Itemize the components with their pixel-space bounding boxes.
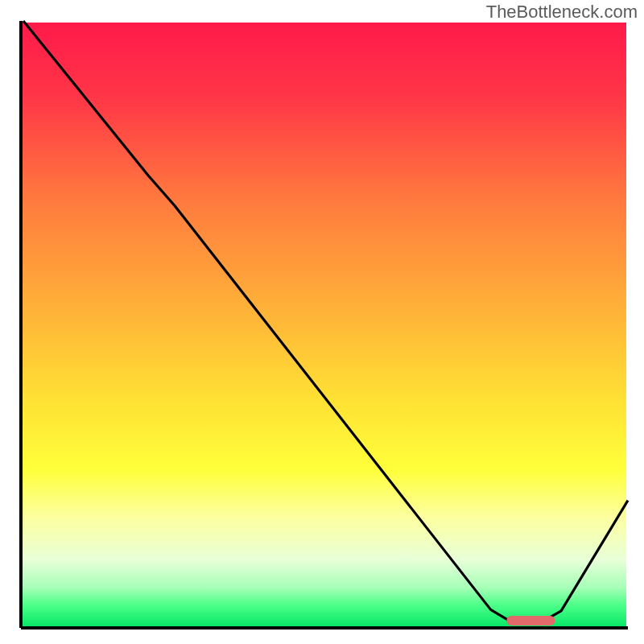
gradient-background <box>23 23 626 626</box>
watermark-text: TheBottleneck.com <box>486 2 638 23</box>
chart-container: TheBottleneck.com <box>0 0 644 644</box>
bottleneck-chart <box>0 0 644 644</box>
